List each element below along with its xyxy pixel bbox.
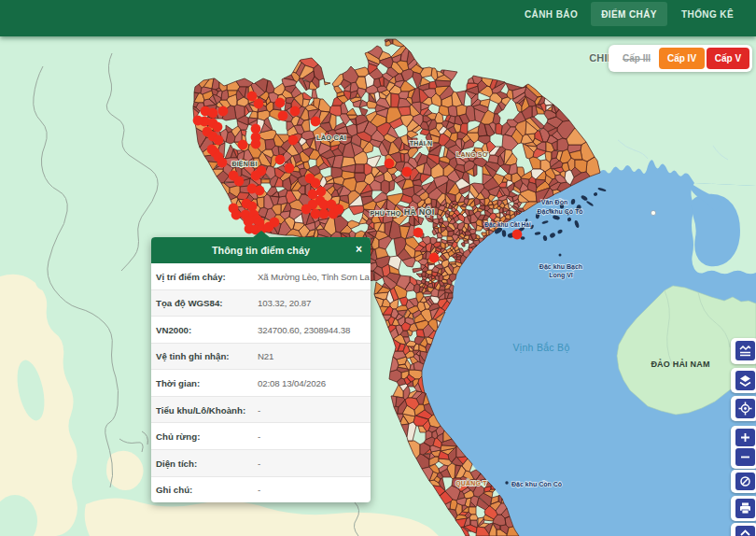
svg-text:Văn Đồn: Văn Đồn	[541, 198, 567, 205]
svg-text:Đặc khu Cồn Cỏ: Đặc khu Cồn Cỏ	[511, 480, 562, 487]
svg-text:THÁI N: THÁI N	[410, 139, 433, 147]
svg-text:ĐIỆN BI: ĐIỆN BI	[231, 160, 257, 167]
svg-text:PHÚ THỌ: PHÚ THỌ	[371, 209, 401, 217]
svg-text:Đặc khu Cô Tô: Đặc khu Cô Tô	[537, 208, 582, 215]
svg-text:Long Vĩ: Long Vĩ	[549, 272, 574, 279]
svg-text:Đặc khu Cát Hải: Đặc khu Cát Hải	[484, 221, 531, 228]
svg-text:LÀO CAI: LÀO CAI	[316, 134, 346, 142]
svg-text:LẠNG SƠ: LẠNG SƠ	[456, 151, 488, 158]
svg-text:ĐẢO HẢI NAM: ĐẢO HẢI NAM	[651, 359, 709, 369]
svg-text:Đặc khu Bạch: Đặc khu Bạch	[539, 263, 582, 270]
svg-text:Vịnh Bắc Bộ: Vịnh Bắc Bộ	[512, 342, 569, 353]
svg-text:QUẢNG T: QUẢNG T	[455, 479, 487, 487]
svg-text:HÀ NỘI: HÀ NỘI	[404, 206, 435, 217]
